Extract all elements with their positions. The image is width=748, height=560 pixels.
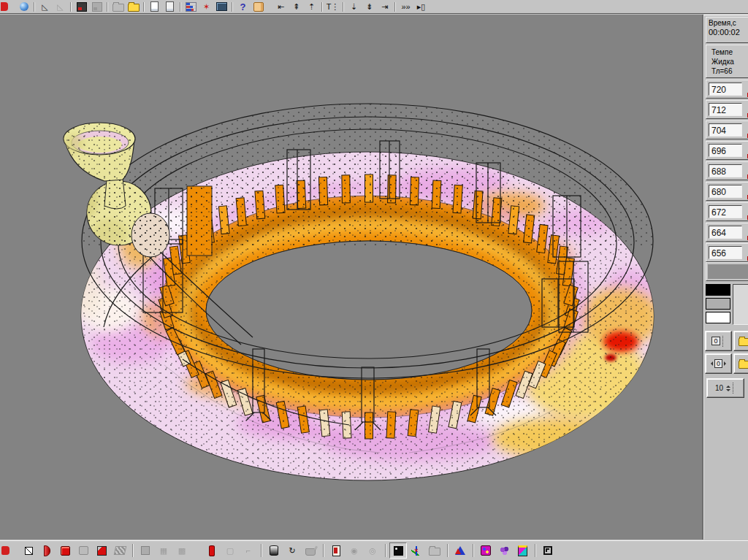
step-first-button[interactable]: ⇤ xyxy=(273,1,289,12)
door-exit-button[interactable] xyxy=(327,542,345,559)
toolbar-separator xyxy=(180,2,181,12)
page-up-button[interactable]: ⇞ xyxy=(289,1,304,12)
molecule-button[interactable] xyxy=(495,542,513,559)
plot-curve-button[interactable]: ◺ xyxy=(37,1,53,12)
save-result-button[interactable] xyxy=(74,1,89,12)
right-arrow-icon xyxy=(724,361,728,366)
wireframe-cube-button[interactable] xyxy=(20,542,37,559)
step-down-button[interactable]: ⇣ xyxy=(346,1,362,12)
scale-value-field[interactable]: 656 xyxy=(709,246,742,259)
magenta-cube-button[interactable] xyxy=(477,542,495,559)
save-result-icon xyxy=(77,2,87,12)
open-folder-icon xyxy=(739,361,748,369)
legend-bars-button[interactable] xyxy=(183,1,199,12)
white-swatch[interactable] xyxy=(706,312,730,323)
pyramid-icon xyxy=(455,546,465,555)
pyramid-button[interactable] xyxy=(451,542,469,559)
step-last-icon: ⇥ xyxy=(381,3,388,11)
shaded-cube-button[interactable] xyxy=(389,542,407,559)
clipped-red-icon xyxy=(1,2,8,11)
chip-button xyxy=(75,542,92,559)
help-button[interactable]: ? xyxy=(235,1,251,12)
solid-cube-button[interactable] xyxy=(56,542,74,559)
step-first-icon: ⇤ xyxy=(278,3,284,11)
scale-value-field[interactable]: 672 xyxy=(709,205,742,218)
toolbar-separator xyxy=(34,2,35,12)
folder-closed-icon xyxy=(112,4,124,12)
context-help-icon xyxy=(253,2,264,12)
play-fast-button[interactable]: »» xyxy=(398,1,413,12)
half-cylinder-button[interactable] xyxy=(38,542,56,559)
axes-icon: × xyxy=(411,546,421,556)
top-toolbar: ◺◺✶?⇤⇞⇡T⋮⇣⇟⇥»»▸▯ xyxy=(0,0,748,14)
cmy-cube-button[interactable] xyxy=(514,542,531,559)
toolbar-separator xyxy=(323,544,324,557)
context-help-button[interactable] xyxy=(251,1,266,12)
scale-value-field[interactable]: 664 xyxy=(709,226,742,239)
spinner-icon xyxy=(726,386,730,391)
scale-value-field[interactable]: 704 xyxy=(709,123,742,137)
monitor-icon xyxy=(216,2,227,11)
scale-value-field[interactable]: 696 xyxy=(709,144,742,157)
plot-curve-icon: ◺ xyxy=(42,3,47,11)
casting-model-scene[interactable] xyxy=(0,15,702,540)
cut-cube-icon xyxy=(97,546,107,556)
scale-row: 688 xyxy=(706,161,748,180)
open-scale-button[interactable] xyxy=(733,331,748,351)
cylinder-button[interactable] xyxy=(203,542,221,559)
hatch-cube-icon xyxy=(113,546,126,555)
play-to-end-icon: ▸▯ xyxy=(417,3,426,11)
burst-icon: ✶ xyxy=(203,3,210,11)
time-grid-button[interactable]: T⋮ xyxy=(325,1,340,12)
fit-view-button[interactable] xyxy=(539,542,557,559)
solid-cube-icon xyxy=(61,546,70,556)
step-interval-value: 10 xyxy=(715,384,723,392)
clipped-red-button[interactable] xyxy=(1,542,19,559)
scale-row: 680 xyxy=(706,182,748,201)
lens-icon: ◉ xyxy=(351,547,358,555)
scale-value-field[interactable]: 720 xyxy=(709,83,742,96)
play-to-end-button[interactable]: ▸▯ xyxy=(413,1,429,12)
notes-page-icon xyxy=(166,1,174,12)
viewport-3d[interactable] xyxy=(0,15,703,540)
coarse-grid-icon: ▩ xyxy=(178,547,186,555)
clipped-red-button[interactable] xyxy=(1,1,16,12)
center-view-button[interactable]: 0 xyxy=(705,353,732,374)
scale-value-field[interactable]: 680 xyxy=(709,185,742,198)
gray-swatch[interactable] xyxy=(706,298,730,310)
rotate-icon: ↻ xyxy=(289,547,295,555)
toolbar-separator xyxy=(535,544,536,557)
app-window: ◺◺✶?⇤⇞⇡T⋮⇣⇟⇥»»▸▯ Время,с 00:00:02 Темпе … xyxy=(0,0,748,560)
play-fast-icon: »» xyxy=(401,3,410,11)
scale-value-field[interactable]: 688 xyxy=(709,164,742,177)
notes-page-button[interactable] xyxy=(162,1,178,12)
scale-value-field[interactable]: 712 xyxy=(709,103,742,116)
page-down-button[interactable]: ⇟ xyxy=(362,1,377,12)
plot-curve-disabled-button: ◺ xyxy=(53,1,68,12)
scale-row: 656 xyxy=(706,243,748,262)
open-preset-button[interactable] xyxy=(733,353,748,374)
black-swatch[interactable] xyxy=(706,284,730,296)
burst-button[interactable]: ✶ xyxy=(199,1,214,12)
report-page-button[interactable] xyxy=(147,1,162,12)
chip-icon xyxy=(79,546,88,555)
pour-can-icon xyxy=(305,548,316,556)
scale-legend-button[interactable]: 0 xyxy=(705,331,732,351)
folder-open-icon xyxy=(128,4,140,12)
scale-gray-band xyxy=(706,262,748,281)
step-last-button[interactable]: ⇥ xyxy=(377,1,392,12)
rotate-button[interactable]: ↻ xyxy=(283,542,301,559)
step-up-icon: ⇡ xyxy=(308,3,315,11)
sphere-button[interactable] xyxy=(16,1,31,12)
axes-button[interactable]: × xyxy=(408,542,425,559)
monitor-button[interactable] xyxy=(214,1,229,12)
drum-button[interactable] xyxy=(265,542,283,559)
scale-row: 720 xyxy=(706,80,748,99)
step-interval-button[interactable]: 10 xyxy=(706,378,744,398)
result-info-line: Темпе xyxy=(711,47,748,57)
step-up-button[interactable]: ⇡ xyxy=(304,1,319,12)
folder-open-button[interactable] xyxy=(126,1,141,12)
export-folder-button xyxy=(426,542,443,559)
toolbar-separator xyxy=(343,2,344,12)
cut-cube-button[interactable] xyxy=(93,542,110,559)
